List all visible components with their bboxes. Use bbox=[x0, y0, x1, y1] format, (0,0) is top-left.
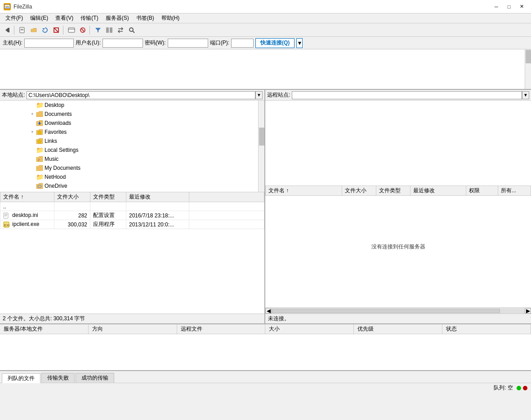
quick-connect-dropdown[interactable]: ▼ bbox=[296, 38, 303, 48]
local-path-dropdown[interactable]: ▼ bbox=[255, 91, 263, 99]
svg-text:♪: ♪ bbox=[38, 157, 40, 162]
local-tree-scrollbar[interactable] bbox=[258, 101, 264, 192]
local-status-text: 2 个文件。大小总共: 300,314 字节 bbox=[3, 315, 85, 323]
svg-line-10 bbox=[54, 28, 58, 32]
close-button[interactable]: ✕ bbox=[516, 2, 527, 11]
col-header-modified[interactable]: 最近修改 bbox=[126, 192, 189, 202]
pass-label: 密码(W): bbox=[145, 39, 166, 47]
remote-path-input[interactable] bbox=[292, 91, 522, 99]
menu-help[interactable]: 帮助(H) bbox=[158, 13, 183, 23]
local-panel: 本地站点: ▼ 📁 Desktop + Documents bbox=[0, 90, 265, 323]
toolbar-stop-button[interactable] bbox=[51, 25, 62, 35]
menu-edit[interactable]: 编辑(E) bbox=[27, 13, 52, 23]
transfer-col-size: 大小 bbox=[265, 324, 354, 334]
tree-item-links[interactable]: Links bbox=[0, 137, 264, 146]
file-modified: 2013/12/11 20:0:... bbox=[126, 220, 189, 229]
file-modified bbox=[126, 202, 189, 211]
svg-line-14 bbox=[81, 29, 84, 31]
pass-input[interactable] bbox=[168, 39, 208, 48]
svg-rect-27 bbox=[4, 213, 8, 218]
remote-scrollbar-track bbox=[272, 308, 525, 314]
menu-view[interactable]: 查看(V) bbox=[52, 13, 77, 23]
file-name: .. bbox=[0, 202, 54, 211]
scroll-right-button[interactable]: ▶ bbox=[525, 308, 531, 314]
remote-path-bar: 远程站点: ▼ bbox=[265, 90, 531, 101]
tree-item-local-settings[interactable]: 📁 Local Settings bbox=[0, 146, 264, 155]
tree-item-favorites[interactable]: + Favorites bbox=[0, 128, 264, 137]
scroll-left-button[interactable]: ◀ bbox=[265, 308, 272, 314]
remote-path-dropdown[interactable]: ▼ bbox=[522, 91, 529, 99]
toolbar-open-button[interactable] bbox=[28, 25, 39, 35]
app-title: FileZilla bbox=[13, 4, 32, 10]
folder-icon bbox=[36, 164, 43, 172]
col-header-name[interactable]: 文件名 ↑ bbox=[0, 192, 54, 202]
window-controls: ─ □ ✕ bbox=[491, 2, 527, 11]
toolbar-refresh-button[interactable] bbox=[40, 25, 50, 35]
toolbar-toggle-button[interactable] bbox=[104, 25, 115, 35]
svg-rect-11 bbox=[68, 28, 75, 32]
toolbar-disconnect-button[interactable] bbox=[77, 25, 88, 35]
toolbar-search-button[interactable] bbox=[126, 25, 137, 35]
toolbar-sync-button[interactable] bbox=[115, 25, 126, 35]
tree-item-my-documents[interactable]: My Documents bbox=[0, 164, 264, 172]
file-extra bbox=[189, 211, 264, 220]
svg-rect-16 bbox=[106, 27, 109, 33]
local-path-input[interactable] bbox=[27, 91, 255, 99]
tab-queued-label: 列队的文件 bbox=[8, 375, 35, 382]
tree-item-nethood[interactable]: 📁 NetHood bbox=[0, 172, 264, 181]
user-input[interactable] bbox=[103, 39, 143, 48]
col-header-size[interactable]: 文件大小 bbox=[54, 192, 90, 202]
menu-transfer[interactable]: 传输(T) bbox=[77, 13, 102, 23]
tree-item-music[interactable]: ♪ Music bbox=[0, 155, 264, 164]
tree-item-downloads[interactable]: Downloads bbox=[0, 119, 264, 128]
transfer-col-status: 状态 bbox=[442, 324, 531, 334]
remote-scrollbar-horizontal[interactable]: ◀ ▶ bbox=[265, 307, 531, 314]
svg-line-19 bbox=[133, 31, 134, 33]
menu-file[interactable]: 文件(F) bbox=[2, 13, 27, 23]
tab-failed-transfers[interactable]: 传输失败 bbox=[41, 373, 75, 383]
file-extra bbox=[189, 220, 264, 229]
tree-item-desktop[interactable]: 📁 Desktop bbox=[0, 101, 264, 110]
quick-connect-button[interactable]: 快速连接(Q) bbox=[255, 38, 295, 48]
transfer-col-priority: 优先级 bbox=[354, 324, 442, 334]
bottom-status-bar: 队列: 空 bbox=[0, 383, 531, 393]
transfer-col-direction: 方向 bbox=[89, 324, 177, 334]
toolbar-new-button[interactable] bbox=[17, 25, 28, 35]
table-row[interactable]: desktop.ini 282 配置设置 2016/7/18 23:18:... bbox=[0, 211, 264, 220]
tree-item-documents[interactable]: + Documents bbox=[0, 110, 264, 119]
log-scrollbar[interactable] bbox=[525, 49, 531, 89]
tree-item-label: Documents bbox=[45, 111, 72, 117]
status-light-red bbox=[523, 386, 527, 390]
tree-item-label: NetHood bbox=[45, 174, 66, 180]
tree-item-label: Music bbox=[45, 156, 58, 162]
tab-successful-label: 成功的传输 bbox=[81, 374, 108, 382]
port-label: 端口(P): bbox=[210, 39, 229, 47]
table-row[interactable]: .. bbox=[0, 202, 264, 211]
toolbar-filter-button[interactable] bbox=[93, 25, 103, 35]
tree-item-onedrive[interactable]: OneDrive bbox=[0, 181, 264, 190]
toolbar-back-button[interactable] bbox=[2, 25, 13, 35]
toolbar-connect-button[interactable] bbox=[66, 25, 77, 35]
table-row[interactable]: EXE ipclient.exe 300,032 应用程序 2013/12/11… bbox=[0, 220, 264, 229]
local-status-bar: 2 个文件。大小总共: 300,314 字节 bbox=[0, 314, 264, 323]
host-input[interactable] bbox=[24, 39, 74, 48]
minimize-button[interactable]: ─ bbox=[491, 2, 502, 11]
tree-item-label: Downloads bbox=[45, 120, 71, 126]
svg-rect-17 bbox=[110, 27, 112, 33]
col-header-extra[interactable] bbox=[189, 192, 264, 202]
user-label: 用户名(U): bbox=[76, 39, 101, 47]
svg-point-18 bbox=[129, 28, 133, 31]
file-name: desktop.ini bbox=[0, 211, 54, 220]
maximize-button[interactable]: □ bbox=[503, 2, 515, 11]
remote-status-text: 未连接。 bbox=[268, 315, 290, 323]
port-input[interactable] bbox=[231, 39, 254, 48]
file-size: 300,032 bbox=[54, 220, 90, 229]
folder-icon: 📁 bbox=[36, 146, 43, 154]
tab-successful-transfers[interactable]: 成功的传输 bbox=[76, 373, 114, 383]
menu-server[interactable]: 服务器(S) bbox=[102, 13, 133, 23]
menu-bookmark[interactable]: 书签(B) bbox=[133, 13, 158, 23]
col-header-type[interactable]: 文件类型 bbox=[90, 192, 126, 202]
tab-queued-files[interactable]: 列队的文件 bbox=[2, 373, 40, 383]
app-icon bbox=[4, 3, 11, 10]
transfer-col-remote: 远程文件 bbox=[177, 324, 266, 334]
